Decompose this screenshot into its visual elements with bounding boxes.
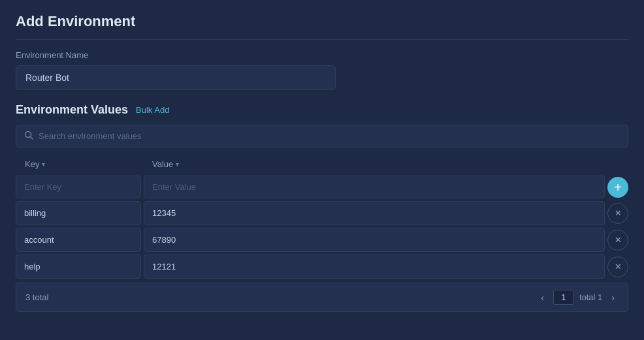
key-column-header: Key ▾ xyxy=(25,159,152,169)
page-number-input[interactable] xyxy=(553,290,574,305)
search-bar xyxy=(16,125,628,147)
remove-row-button[interactable]: ✕ xyxy=(607,230,628,251)
env-name-input[interactable] xyxy=(16,65,336,90)
table-row: account 67890 ✕ xyxy=(16,228,628,252)
add-entry-button[interactable]: + xyxy=(607,177,628,198)
env-values-title: Environment Values xyxy=(16,103,128,117)
value-cell: 12121 xyxy=(144,255,605,279)
value-cell: 12345 xyxy=(144,201,605,225)
remove-row-button[interactable]: ✕ xyxy=(607,256,628,277)
close-icon: ✕ xyxy=(615,262,622,271)
key-cell: billing xyxy=(16,201,141,225)
key-cell: account xyxy=(16,228,141,252)
table-header: Key ▾ Value ▾ xyxy=(16,155,628,173)
value-cell: 67890 xyxy=(144,228,605,252)
close-icon: ✕ xyxy=(615,235,622,245)
pagination-bar: 3 total ‹ total 1 › xyxy=(16,283,628,312)
next-page-button[interactable]: › xyxy=(607,291,619,304)
env-name-section: Environment Name xyxy=(16,50,628,90)
remove-row-button[interactable]: ✕ xyxy=(607,203,628,224)
new-key-input[interactable] xyxy=(16,176,141,198)
pagination-controls: ‹ total 1 › xyxy=(537,290,619,305)
search-input[interactable] xyxy=(39,131,620,141)
svg-line-1 xyxy=(31,137,33,140)
page-title: Add Environment xyxy=(16,13,628,40)
close-icon: ✕ xyxy=(615,208,622,218)
total-count: 3 total xyxy=(25,292,48,302)
table-row: billing 12345 ✕ xyxy=(16,201,628,225)
value-column-header: Value ▾ xyxy=(152,159,628,169)
rows-container: billing 12345 ✕ account 67890 ✕ help 121… xyxy=(16,201,628,279)
key-cell: help xyxy=(16,255,141,279)
env-values-header: Environment Values Bulk Add xyxy=(16,103,628,117)
key-sort-icon: ▾ xyxy=(42,161,45,168)
bulk-add-link[interactable]: Bulk Add xyxy=(136,105,169,115)
env-values-section: Environment Values Bulk Add Key ▾ Value … xyxy=(16,103,628,312)
new-entry-row: + xyxy=(16,176,628,198)
env-name-label: Environment Name xyxy=(16,50,628,60)
new-value-input[interactable] xyxy=(144,176,605,198)
search-icon xyxy=(24,131,33,142)
page-total-label: total 1 xyxy=(579,292,602,302)
table-row: help 12121 ✕ xyxy=(16,255,628,279)
main-container: Add Environment Environment Name Environ… xyxy=(0,0,644,340)
value-sort-icon: ▾ xyxy=(176,161,179,168)
prev-page-button[interactable]: ‹ xyxy=(537,291,548,304)
